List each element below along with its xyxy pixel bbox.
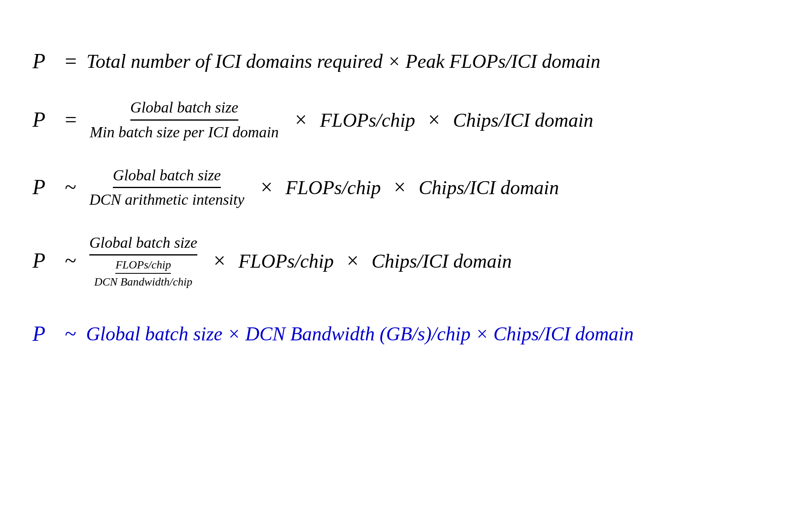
formula-3-row: P ~ Global batch size DCN arithmetic int…	[32, 166, 780, 209]
formula-4-numerator: Global batch size	[89, 234, 197, 256]
formula-4-denominator: FLOPs/chip DCN Bandwidth/chip	[94, 255, 192, 288]
formula-4-row: P ~ Global batch size FLOPs/chip DCN Ban…	[32, 234, 780, 289]
formula-3-lhs: P	[32, 175, 45, 200]
formula-1-row: P = Total number of ICI domains required…	[32, 49, 780, 74]
formula-2-denominator: Min batch size per ICI domain	[90, 121, 279, 142]
formula-5-lhs: P	[32, 321, 45, 346]
formula-4-sub-num: FLOPs/chip	[115, 258, 171, 274]
formula-4-fraction: Global batch size FLOPs/chip DCN Bandwid…	[89, 234, 197, 289]
formula-2-lhs: P	[32, 107, 45, 132]
formula-3-times-2: ×	[394, 175, 406, 200]
formula-4-rhs1: FLOPs/chip	[238, 249, 334, 273]
formula-1-rhs: Total number of ICI domains required × P…	[86, 50, 600, 73]
formula-5-operator: ~	[65, 321, 76, 346]
formula-5-rhs: Global batch size × DCN Bandwidth (GB/s)…	[86, 322, 634, 346]
formula-3-rhs2: Chips/ICI domain	[419, 176, 559, 199]
formula-2-fraction: Global batch size Min batch size per ICI…	[90, 98, 279, 141]
formula-2-rhs1: FLOPs/chip	[320, 108, 415, 132]
formula-3-numerator: Global batch size	[113, 166, 221, 188]
formula-2-times-2: ×	[428, 107, 440, 132]
formula-2-numerator: Global batch size	[130, 98, 238, 121]
formula-2-row: P = Global batch size Min batch size per…	[32, 98, 780, 141]
page-container: P = Total number of ICI domains required…	[0, 0, 812, 526]
formula-4-times-1: ×	[214, 248, 225, 273]
formula-5-row: P ~ Global batch size × DCN Bandwidth (G…	[32, 321, 780, 346]
formula-4-lhs: P	[32, 248, 45, 273]
formula-3-denominator: DCN arithmetic intensity	[89, 188, 244, 209]
formula-4-times-2: ×	[347, 248, 358, 273]
formula-3-fraction: Global batch size DCN arithmetic intensi…	[89, 166, 244, 209]
formula-4-block: P ~ Global batch size FLOPs/chip DCN Ban…	[32, 234, 780, 289]
formula-3-rhs1: FLOPs/chip	[285, 176, 381, 199]
formula-1-equals: =	[65, 49, 77, 74]
formula-5-block: P ~ Global batch size × DCN Bandwidth (G…	[32, 321, 780, 346]
formula-3-times-1: ×	[261, 175, 272, 200]
formula-3-block: P ~ Global batch size DCN arithmetic int…	[32, 166, 780, 209]
formula-2-rhs2: Chips/ICI domain	[453, 108, 593, 132]
formula-4-rhs2: Chips/ICI domain	[371, 249, 512, 273]
formula-3-operator: ~	[65, 175, 76, 200]
formula-2-operator: =	[65, 107, 77, 132]
formula-1-lhs: P	[32, 49, 45, 74]
formula-2-block: P = Global batch size Min batch size per…	[32, 98, 780, 141]
formula-4-operator: ~	[65, 248, 76, 273]
formula-4-sub-fraction: FLOPs/chip DCN Bandwidth/chip	[94, 258, 192, 288]
formula-1-block: P = Total number of ICI domains required…	[32, 49, 780, 74]
formula-2-times-1: ×	[295, 107, 307, 132]
formula-4-sub-den: DCN Bandwidth/chip	[94, 274, 192, 289]
